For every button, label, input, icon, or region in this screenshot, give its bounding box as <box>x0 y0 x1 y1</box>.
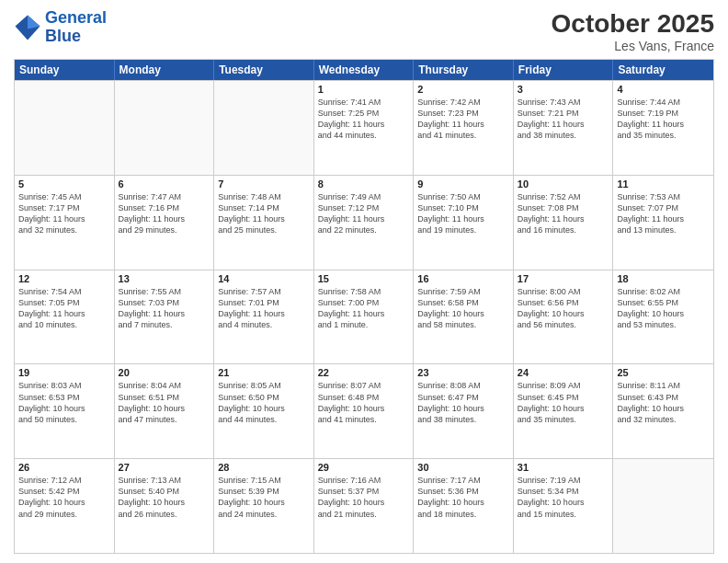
calendar-cell: 10Sunrise: 7:52 AM Sunset: 7:08 PM Dayli… <box>514 176 614 270</box>
calendar-cell: 21Sunrise: 8:05 AM Sunset: 6:50 PM Dayli… <box>214 364 314 458</box>
cell-info: Sunrise: 7:15 AM Sunset: 5:39 PM Dayligh… <box>218 475 310 520</box>
calendar-cell: 11Sunrise: 7:53 AM Sunset: 7:07 PM Dayli… <box>613 176 713 270</box>
calendar-cell: 31Sunrise: 7:19 AM Sunset: 5:34 PM Dayli… <box>514 459 614 553</box>
cell-day-number: 19 <box>18 367 110 378</box>
calendar-cell: 17Sunrise: 8:00 AM Sunset: 6:56 PM Dayli… <box>514 270 614 364</box>
cell-info: Sunrise: 8:08 AM Sunset: 6:47 PM Dayligh… <box>417 380 509 425</box>
title-block: October 2025 Les Vans, France <box>552 9 714 53</box>
cell-info: Sunrise: 8:07 AM Sunset: 6:48 PM Dayligh… <box>318 380 410 425</box>
cell-day-number: 5 <box>18 178 110 190</box>
logo: General Blue <box>14 9 107 46</box>
cell-day-number: 28 <box>218 462 310 473</box>
cell-info: Sunrise: 7:52 AM Sunset: 7:08 PM Dayligh… <box>518 191 609 236</box>
cell-day-number: 12 <box>18 273 110 284</box>
calendar-cell <box>15 81 115 175</box>
logo-line2: Blue <box>45 27 81 45</box>
cell-info: Sunrise: 8:03 AM Sunset: 6:53 PM Dayligh… <box>18 380 110 425</box>
cell-day-number: 25 <box>617 367 710 378</box>
cell-info: Sunrise: 8:11 AM Sunset: 6:43 PM Dayligh… <box>617 380 710 425</box>
calendar-cell: 5Sunrise: 7:45 AM Sunset: 7:17 PM Daylig… <box>15 176 115 270</box>
calendar-cell <box>613 459 713 553</box>
cell-info: Sunrise: 7:17 AM Sunset: 5:36 PM Dayligh… <box>417 475 509 520</box>
calendar-cell: 2Sunrise: 7:42 AM Sunset: 7:23 PM Daylig… <box>414 81 514 175</box>
calendar-cell: 22Sunrise: 8:07 AM Sunset: 6:48 PM Dayli… <box>314 364 415 458</box>
cell-day-number: 26 <box>18 462 110 473</box>
cell-info: Sunrise: 8:00 AM Sunset: 6:56 PM Dayligh… <box>518 286 609 331</box>
cell-day-number: 13 <box>119 273 210 284</box>
cell-day-number: 17 <box>518 273 609 284</box>
cell-info: Sunrise: 7:47 AM Sunset: 7:16 PM Dayligh… <box>119 191 210 236</box>
cell-day-number: 9 <box>417 178 509 190</box>
cell-info: Sunrise: 7:48 AM Sunset: 7:14 PM Dayligh… <box>218 191 310 236</box>
cell-info: Sunrise: 7:49 AM Sunset: 7:12 PM Dayligh… <box>318 191 410 236</box>
calendar-cell: 20Sunrise: 8:04 AM Sunset: 6:51 PM Dayli… <box>115 364 215 458</box>
cell-day-number: 11 <box>617 178 710 190</box>
cell-day-number: 7 <box>218 178 310 190</box>
calendar-row: 26Sunrise: 7:12 AM Sunset: 5:42 PM Dayli… <box>15 458 713 553</box>
cell-info: Sunrise: 8:05 AM Sunset: 6:50 PM Dayligh… <box>218 380 310 425</box>
cell-info: Sunrise: 8:02 AM Sunset: 6:55 PM Dayligh… <box>617 286 710 331</box>
location: Les Vans, France <box>552 39 714 53</box>
calendar-cell: 3Sunrise: 7:43 AM Sunset: 7:21 PM Daylig… <box>514 81 614 175</box>
weekday-header: Tuesday <box>214 60 314 80</box>
cell-day-number: 30 <box>417 462 509 473</box>
calendar-cell: 7Sunrise: 7:48 AM Sunset: 7:14 PM Daylig… <box>214 176 314 270</box>
cell-day-number: 21 <box>218 367 310 378</box>
cell-day-number: 29 <box>318 462 410 473</box>
cell-day-number: 2 <box>417 84 509 95</box>
calendar-cell: 29Sunrise: 7:16 AM Sunset: 5:37 PM Dayli… <box>314 459 415 553</box>
page: General Blue October 2025 Les Vans, Fran… <box>0 0 728 563</box>
cell-info: Sunrise: 7:59 AM Sunset: 6:58 PM Dayligh… <box>417 286 509 331</box>
weekday-header: Monday <box>115 60 215 80</box>
cell-info: Sunrise: 7:50 AM Sunset: 7:10 PM Dayligh… <box>417 191 509 236</box>
cell-info: Sunrise: 7:43 AM Sunset: 7:21 PM Dayligh… <box>518 97 609 142</box>
calendar-row: 5Sunrise: 7:45 AM Sunset: 7:17 PM Daylig… <box>15 175 713 270</box>
calendar-cell: 25Sunrise: 8:11 AM Sunset: 6:43 PM Dayli… <box>613 364 713 458</box>
cell-day-number: 1 <box>318 84 410 95</box>
calendar-cell: 14Sunrise: 7:57 AM Sunset: 7:01 PM Dayli… <box>214 270 314 364</box>
calendar-row: 12Sunrise: 7:54 AM Sunset: 7:05 PM Dayli… <box>15 270 713 364</box>
header: General Blue October 2025 Les Vans, Fran… <box>14 9 714 53</box>
calendar-cell: 6Sunrise: 7:47 AM Sunset: 7:16 PM Daylig… <box>115 176 215 270</box>
cell-info: Sunrise: 7:58 AM Sunset: 7:00 PM Dayligh… <box>318 286 410 331</box>
calendar-cell: 27Sunrise: 7:13 AM Sunset: 5:40 PM Dayli… <box>115 459 215 553</box>
cell-info: Sunrise: 7:19 AM Sunset: 5:34 PM Dayligh… <box>518 475 609 520</box>
cell-day-number: 10 <box>518 178 609 190</box>
cell-day-number: 15 <box>318 273 410 284</box>
calendar-cell: 30Sunrise: 7:17 AM Sunset: 5:36 PM Dayli… <box>414 459 514 553</box>
cell-day-number: 20 <box>119 367 210 378</box>
calendar-cell: 28Sunrise: 7:15 AM Sunset: 5:39 PM Dayli… <box>214 459 314 553</box>
calendar-cell: 26Sunrise: 7:12 AM Sunset: 5:42 PM Dayli… <box>15 459 115 553</box>
cell-day-number: 6 <box>119 178 210 190</box>
cell-info: Sunrise: 7:54 AM Sunset: 7:05 PM Dayligh… <box>18 286 110 331</box>
cell-info: Sunrise: 7:44 AM Sunset: 7:19 PM Dayligh… <box>617 97 710 142</box>
weekday-header: Friday <box>514 60 614 80</box>
cell-info: Sunrise: 7:45 AM Sunset: 7:17 PM Dayligh… <box>18 191 110 236</box>
calendar-cell: 24Sunrise: 8:09 AM Sunset: 6:45 PM Dayli… <box>514 364 614 458</box>
calendar-header: SundayMondayTuesdayWednesdayThursdayFrid… <box>15 60 713 80</box>
calendar-cell: 18Sunrise: 8:02 AM Sunset: 6:55 PM Dayli… <box>613 270 713 364</box>
calendar-cell: 16Sunrise: 7:59 AM Sunset: 6:58 PM Dayli… <box>414 270 514 364</box>
cell-day-number: 27 <box>119 462 210 473</box>
calendar-cell: 12Sunrise: 7:54 AM Sunset: 7:05 PM Dayli… <box>15 270 115 364</box>
cell-day-number: 4 <box>617 84 710 95</box>
calendar-cell: 1Sunrise: 7:41 AM Sunset: 7:25 PM Daylig… <box>314 81 415 175</box>
calendar-body: 1Sunrise: 7:41 AM Sunset: 7:25 PM Daylig… <box>15 80 713 553</box>
cell-day-number: 24 <box>518 367 609 378</box>
calendar-cell: 19Sunrise: 8:03 AM Sunset: 6:53 PM Dayli… <box>15 364 115 458</box>
cell-info: Sunrise: 7:13 AM Sunset: 5:40 PM Dayligh… <box>119 475 210 520</box>
calendar: SundayMondayTuesdayWednesdayThursdayFrid… <box>14 59 714 554</box>
cell-info: Sunrise: 7:41 AM Sunset: 7:25 PM Dayligh… <box>318 97 410 142</box>
cell-info: Sunrise: 8:04 AM Sunset: 6:51 PM Dayligh… <box>119 380 210 425</box>
cell-day-number: 3 <box>518 84 609 95</box>
cell-info: Sunrise: 7:16 AM Sunset: 5:37 PM Dayligh… <box>318 475 410 520</box>
cell-info: Sunrise: 8:09 AM Sunset: 6:45 PM Dayligh… <box>518 380 609 425</box>
cell-day-number: 16 <box>417 273 509 284</box>
weekday-header: Sunday <box>15 60 115 80</box>
calendar-cell <box>214 81 314 175</box>
cell-info: Sunrise: 7:57 AM Sunset: 7:01 PM Dayligh… <box>218 286 310 331</box>
cell-info: Sunrise: 7:55 AM Sunset: 7:03 PM Dayligh… <box>119 286 210 331</box>
weekday-header: Wednesday <box>314 60 415 80</box>
cell-info: Sunrise: 7:42 AM Sunset: 7:23 PM Dayligh… <box>417 97 509 142</box>
logo-text: General Blue <box>45 9 107 46</box>
